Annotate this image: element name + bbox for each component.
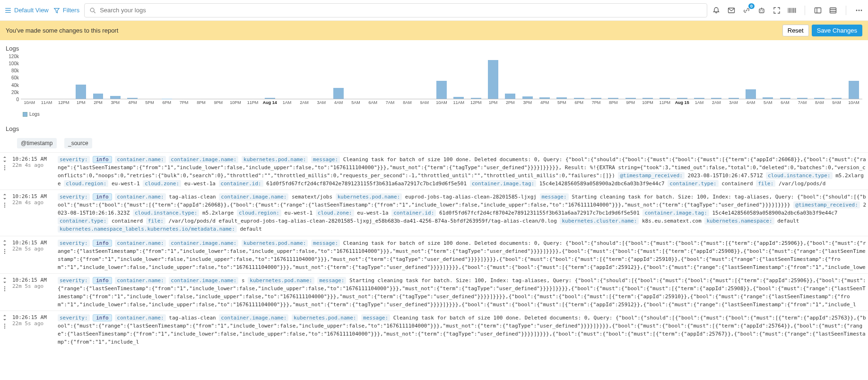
svg-point-10 xyxy=(4,165,5,166)
bar[interactable] xyxy=(488,60,498,99)
row-source[interactable]: severity: info container.name: container… xyxy=(58,239,866,270)
row-ago: 22m 4s ago xyxy=(12,162,55,168)
bar[interactable] xyxy=(763,97,773,99)
svg-rect-6 xyxy=(830,8,836,13)
barcode-icon[interactable] xyxy=(788,6,796,15)
svg-point-24 xyxy=(4,328,5,328)
logs-chart: 120k100k80k60k40k20k0 10AM11AM12PM1PM2PM… xyxy=(0,54,868,111)
search-wrap xyxy=(84,3,707,17)
bar[interactable] xyxy=(522,96,533,99)
bar[interactable] xyxy=(660,98,670,99)
expand-icon[interactable] xyxy=(2,156,7,162)
bar[interactable] xyxy=(625,98,636,99)
log-rows: 10:26:15 AM22m 4s agoseverity: info cont… xyxy=(0,152,868,348)
expand-icon[interactable] xyxy=(2,194,7,199)
bar[interactable] xyxy=(608,98,618,99)
bar[interactable] xyxy=(832,98,842,99)
svg-point-21 xyxy=(4,290,5,291)
row-more-icon[interactable] xyxy=(4,286,6,292)
list-icon xyxy=(5,7,11,14)
bar[interactable] xyxy=(574,98,584,99)
chart-legend: Logs xyxy=(0,111,868,121)
row-more-icon[interactable] xyxy=(4,202,6,208)
link-icon[interactable]: 0 xyxy=(742,6,751,15)
expand-icon[interactable] xyxy=(2,240,7,246)
bar[interactable] xyxy=(333,88,344,99)
robot-icon[interactable] xyxy=(757,6,766,15)
bar[interactable] xyxy=(694,98,704,99)
more-icon[interactable] xyxy=(855,6,863,15)
col-source[interactable]: _source xyxy=(64,138,92,148)
filters-button[interactable]: Filters xyxy=(53,7,79,14)
bar[interactable] xyxy=(711,98,721,99)
row-timestamp: 10:26:15 AM xyxy=(12,193,55,199)
svg-point-4 xyxy=(762,10,763,11)
svg-point-20 xyxy=(4,288,5,289)
bar[interactable] xyxy=(453,97,464,99)
svg-point-11 xyxy=(4,167,5,168)
reset-button[interactable]: Reset xyxy=(782,25,809,36)
svg-point-12 xyxy=(4,169,5,170)
col-timestamp[interactable]: @timestamp xyxy=(17,138,57,148)
bar[interactable] xyxy=(93,94,104,99)
bar[interactable] xyxy=(539,97,550,99)
row-source[interactable]: severity: info container.name: container… xyxy=(58,276,866,308)
bar[interactable] xyxy=(814,98,825,99)
row-source[interactable]: severity: info container.name: container… xyxy=(58,155,866,187)
search-input[interactable] xyxy=(100,7,702,14)
svg-point-0 xyxy=(90,8,94,12)
row-more-icon[interactable] xyxy=(4,165,6,171)
expand-icon[interactable] xyxy=(2,277,7,283)
row-more-icon[interactable] xyxy=(4,249,6,254)
panel-left-icon[interactable] xyxy=(814,6,822,15)
divider xyxy=(805,6,805,15)
bar[interactable] xyxy=(110,96,121,99)
row-source[interactable]: severity: info container.name: tag-alias… xyxy=(58,193,866,233)
table-row: 10:26:15 AM22m 5s agoseverity: info cont… xyxy=(0,236,868,273)
bar[interactable] xyxy=(746,89,756,99)
bell-icon[interactable] xyxy=(712,6,720,15)
bar[interactable] xyxy=(127,98,138,99)
unsaved-changes-banner: You've made some changes to this report … xyxy=(0,21,868,40)
svg-point-17 xyxy=(4,251,5,252)
bar[interactable] xyxy=(729,98,739,99)
table-icon[interactable] xyxy=(829,6,837,15)
row-timestamp: 10:26:15 AM xyxy=(12,277,55,283)
divider xyxy=(846,6,846,15)
legend-swatch xyxy=(23,112,27,117)
bar[interactable] xyxy=(780,98,790,99)
svg-point-22 xyxy=(4,324,5,325)
expand-icon[interactable] xyxy=(2,315,7,320)
x-axis: 10AM11AM12PM1PM2PM3PM4PM5PM6PM7PM8PM9PM1… xyxy=(21,99,862,105)
bar[interactable] xyxy=(849,81,859,99)
table-row: 10:26:15 AM22m 5s agoseverity: info cont… xyxy=(0,273,868,311)
bar[interactable] xyxy=(556,97,567,99)
chart-bars xyxy=(21,56,862,99)
filters-label: Filters xyxy=(63,7,79,14)
bar[interactable] xyxy=(76,85,86,99)
bar[interactable] xyxy=(642,98,653,99)
row-more-icon[interactable] xyxy=(4,323,6,329)
svg-point-18 xyxy=(4,253,5,254)
chart-title: Logs xyxy=(0,40,868,54)
mail-icon[interactable] xyxy=(727,6,736,15)
row-ago: 22m 5s ago xyxy=(12,246,55,252)
bar[interactable] xyxy=(471,98,481,99)
svg-rect-2 xyxy=(759,9,764,13)
svg-point-23 xyxy=(4,326,5,327)
link-badge: 0 xyxy=(748,3,755,9)
fullscreen-icon[interactable] xyxy=(773,6,781,15)
bar[interactable] xyxy=(591,98,601,99)
bar[interactable] xyxy=(265,98,275,99)
save-changes-button[interactable]: Save Changes xyxy=(812,25,862,36)
bar[interactable] xyxy=(505,94,515,99)
row-source[interactable]: severity: info container.name: tag-alias… xyxy=(58,314,866,345)
default-view-button[interactable]: Default View xyxy=(5,7,49,14)
bar[interactable] xyxy=(436,81,447,99)
y-axis: 120k100k80k60k40k20k0 xyxy=(4,54,19,102)
search-icon xyxy=(89,7,96,14)
bar[interactable] xyxy=(677,98,687,99)
table-header: @timestamp _source xyxy=(0,134,868,152)
bar[interactable] xyxy=(797,98,807,99)
banner-text: You've made some changes to this report xyxy=(6,27,118,34)
